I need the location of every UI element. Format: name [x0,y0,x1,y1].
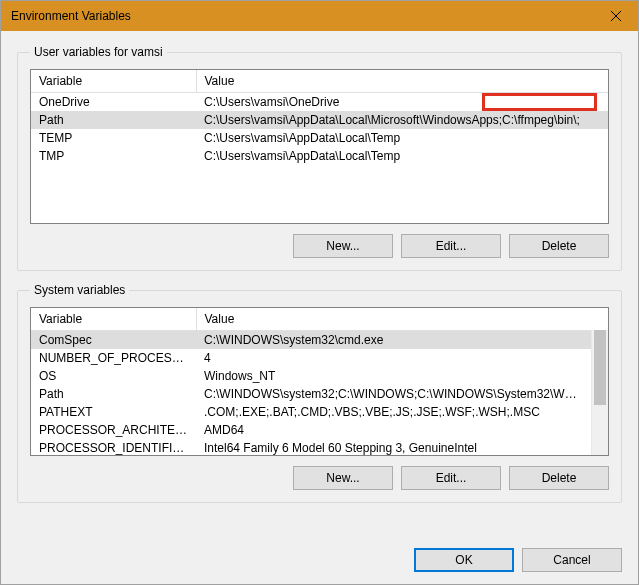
var-value: AMD64 [196,421,591,439]
var-name: NUMBER_OF_PROCESSORS [31,349,196,367]
delete-button[interactable]: Delete [509,466,609,490]
var-value: C:\WINDOWS\system32\cmd.exe [196,331,591,350]
table-row[interactable]: ComSpec C:\WINDOWS\system32\cmd.exe [31,331,591,350]
scrollbar-thumb[interactable] [594,330,606,405]
delete-button[interactable]: Delete [509,234,609,258]
edit-button[interactable]: Edit... [401,466,501,490]
col-header-value[interactable]: Value [196,308,591,331]
table-row[interactable]: NUMBER_OF_PROCESSORS 4 [31,349,591,367]
var-value: C:\Users\vamsi\AppData\Local\Temp [196,129,608,147]
var-value: Windows_NT [196,367,591,385]
table-row[interactable]: PROCESSOR_ARCHITECTURE AMD64 [31,421,591,439]
var-name: OneDrive [31,93,196,112]
dialog-content: User variables for vamsi Variable Value … [1,31,638,548]
sys-vars-legend: System variables [30,283,129,297]
table-row[interactable]: TEMP C:\Users\vamsi\AppData\Local\Temp [31,129,608,147]
var-value: Intel64 Family 6 Model 60 Stepping 3, Ge… [196,439,591,456]
var-name: PROCESSOR_ARCHITECTURE [31,421,196,439]
sys-vars-buttons: New... Edit... Delete [30,466,609,490]
titlebar[interactable]: Environment Variables [1,1,638,31]
table-row[interactable]: OneDrive C:\Users\vamsi\OneDrive [31,93,608,112]
user-variables-group: User variables for vamsi Variable Value … [17,45,622,271]
var-value: .COM;.EXE;.BAT;.CMD;.VBS;.VBE;.JS;.JSE;.… [196,403,591,421]
var-name: Path [31,111,196,129]
table-row[interactable]: PROCESSOR_IDENTIFIER Intel64 Family 6 Mo… [31,439,591,456]
ok-button[interactable]: OK [414,548,514,572]
close-icon [611,11,621,21]
user-vars-buttons: New... Edit... Delete [30,234,609,258]
var-name: TEMP [31,129,196,147]
scrollbar[interactable] [591,330,608,455]
new-button[interactable]: New... [293,466,393,490]
var-name: OS [31,367,196,385]
var-name: PATHEXT [31,403,196,421]
table-row[interactable]: PATHEXT .COM;.EXE;.BAT;.CMD;.VBS;.VBE;.J… [31,403,591,421]
var-value: C:\Users\vamsi\AppData\Local\Temp [196,147,608,165]
var-value: C:\Users\vamsi\OneDrive [196,93,608,112]
var-value: C:\Users\vamsi\AppData\Local\Microsoft\W… [196,111,608,129]
table-row[interactable]: OS Windows_NT [31,367,591,385]
sys-vars-table[interactable]: Variable Value ComSpec C:\WINDOWS\system… [31,308,591,456]
col-header-value[interactable]: Value [196,70,608,93]
close-button[interactable] [593,1,638,31]
user-vars-legend: User variables for vamsi [30,45,167,59]
var-name: Path [31,385,196,403]
cancel-button[interactable]: Cancel [522,548,622,572]
window-title: Environment Variables [11,9,131,23]
system-variables-group: System variables Variable Value ComSpec … [17,283,622,503]
user-vars-table-wrap: Variable Value OneDrive C:\Users\vamsi\O… [30,69,609,224]
var-name: PROCESSOR_IDENTIFIER [31,439,196,456]
table-header-row: Variable Value [31,70,608,93]
table-row[interactable]: Path C:\WINDOWS\system32;C:\WINDOWS;C:\W… [31,385,591,403]
sys-vars-table-wrap: Variable Value ComSpec C:\WINDOWS\system… [30,307,609,456]
table-header-row: Variable Value [31,308,591,331]
var-name: ComSpec [31,331,196,350]
edit-button[interactable]: Edit... [401,234,501,258]
col-header-variable[interactable]: Variable [31,70,196,93]
dialog-buttons: OK Cancel [1,548,638,584]
var-value: C:\WINDOWS\system32;C:\WINDOWS;C:\WINDOW… [196,385,591,403]
user-vars-table[interactable]: Variable Value OneDrive C:\Users\vamsi\O… [31,70,608,165]
table-row[interactable]: TMP C:\Users\vamsi\AppData\Local\Temp [31,147,608,165]
env-vars-window: Environment Variables User variables for… [0,0,639,585]
var-value: 4 [196,349,591,367]
table-row[interactable]: Path C:\Users\vamsi\AppData\Local\Micros… [31,111,608,129]
var-name: TMP [31,147,196,165]
col-header-variable[interactable]: Variable [31,308,196,331]
new-button[interactable]: New... [293,234,393,258]
